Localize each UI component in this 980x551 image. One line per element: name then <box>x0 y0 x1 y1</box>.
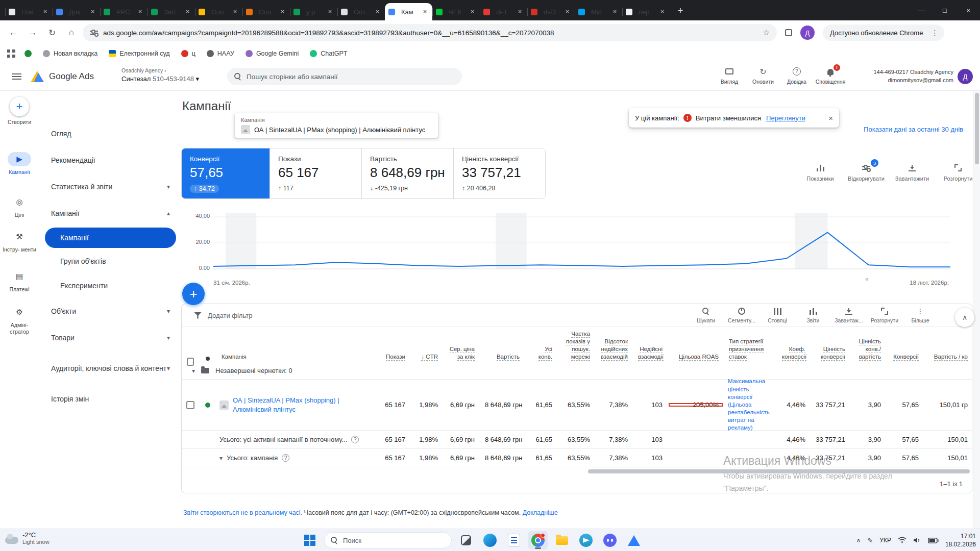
sidebar-item[interactable]: Кампанії▴ <box>39 200 181 227</box>
tab-close-icon[interactable]: × <box>41 8 49 16</box>
bookmark-item[interactable]: Новая вкладка <box>43 50 97 57</box>
footer-learn-more-link[interactable]: Докладніше <box>523 509 558 516</box>
taskbar-app-telegram[interactable] <box>576 531 596 549</box>
tab-close-icon[interactable]: × <box>611 8 619 16</box>
column-header[interactable]: ↓ CTR <box>410 353 443 366</box>
column-header[interactable]: Покази <box>375 353 410 366</box>
chart-tool-download[interactable]: Завантажити <box>892 163 933 182</box>
tab-close-icon[interactable]: × <box>564 8 571 16</box>
browser-tab[interactable]: Goo× <box>242 3 290 20</box>
chevron-down-icon[interactable]: ▾ <box>219 455 223 462</box>
google-ads-logo-icon[interactable] <box>31 71 44 82</box>
filter-funnel-icon[interactable] <box>194 312 202 319</box>
extensions-icon[interactable] <box>785 29 792 36</box>
header-select-all[interactable] <box>182 358 199 366</box>
column-header[interactable]: Коеф. конверсії <box>777 345 811 366</box>
browser-tab[interactable]: Нов× <box>5 3 53 20</box>
metric-card[interactable]: Покази65 167↑ 117 <box>270 148 361 198</box>
sidebar-item[interactable]: Аудиторії, ключові слова й контент▾ <box>39 351 181 386</box>
tab-close-icon[interactable]: × <box>469 8 476 16</box>
tab-close-icon[interactable]: × <box>279 8 286 16</box>
account-switcher[interactable]: Osadchiy Agency › Синтезал 510-453-9148 … <box>121 67 199 83</box>
app-search-input[interactable]: Пошук сторінки або кампанії <box>227 68 462 85</box>
browser-tab[interactable]: di-T× <box>480 3 527 20</box>
wifi-icon[interactable] <box>898 537 906 544</box>
taskbar-app-edge[interactable] <box>480 531 500 549</box>
rail-item-campaigns[interactable]: ▶Кампанії <box>0 152 39 176</box>
chart-tool-adjust[interactable]: 3Відкоригувати <box>846 163 887 182</box>
bookmark-star-icon[interactable]: ☆ <box>763 28 770 37</box>
browser-tab[interactable]: пер× <box>622 3 670 20</box>
maximize-button[interactable]: □ <box>933 0 957 20</box>
table-tool-search[interactable]: Шукати <box>690 307 722 323</box>
chart-tool-expand[interactable]: Розгорнути <box>938 163 978 182</box>
reload-button[interactable]: ↻ <box>44 24 60 41</box>
bookmark-item[interactable]: Google Gemini <box>246 50 299 57</box>
table-tool-more[interactable]: ⋮Більше <box>904 307 936 323</box>
close-button[interactable]: × <box>957 0 980 20</box>
sidebar-item[interactable]: Рекомендації <box>39 147 181 173</box>
home-button[interactable]: ⌂ <box>63 24 80 41</box>
column-header[interactable]: Сер. ціна за клік <box>443 345 480 366</box>
tab-close-icon[interactable]: × <box>326 8 334 16</box>
table-tool-download[interactable]: Завантаж... <box>833 307 865 323</box>
rail-item-admin[interactable]: ⚙Адміні- стратор <box>0 305 39 335</box>
browser-tab[interactable]: ЧЕК× <box>432 3 480 20</box>
pen-icon[interactable]: ✎ <box>867 537 873 544</box>
header-tool-alerts[interactable]: !Сповіщення <box>814 66 847 85</box>
tab-close-icon[interactable]: × <box>89 8 96 16</box>
sidebar-item[interactable]: Статистика й звіти▾ <box>39 173 181 200</box>
table-tool-reports[interactable]: Звіти <box>797 307 829 323</box>
browser-tab[interactable]: Mic× <box>575 3 622 20</box>
battery-icon[interactable] <box>928 538 939 543</box>
taskbar-app-tri[interactable] <box>624 531 644 549</box>
chevron-down-icon[interactable]: ▾ <box>192 367 195 374</box>
rail-item-billing[interactable]: ▤Платежі <box>0 269 39 293</box>
browser-tab[interactable]: Goo× <box>195 3 242 20</box>
browser-tab[interactable]: PPC× <box>100 3 148 20</box>
tab-close-icon[interactable]: × <box>231 8 239 16</box>
bookmark-item[interactable]: ц <box>181 50 195 57</box>
browser-tab[interactable]: Звіт× <box>148 3 195 20</box>
row-checkbox[interactable] <box>182 401 199 409</box>
bookmark-item[interactable]: ChatGPT <box>310 50 347 57</box>
taskbar-app-discord[interactable] <box>600 531 620 549</box>
column-header[interactable]: Частка показів у пошук. мережі <box>557 330 595 366</box>
bookmark-item[interactable]: Електронний суд <box>109 50 169 57</box>
sidebar-item[interactable]: Об'єкти▾ <box>39 298 181 324</box>
sidebar-subitem[interactable]: Кампанії <box>45 228 176 248</box>
scrollbar-thumb[interactable] <box>975 93 979 164</box>
rail-item-tools[interactable]: ⚒Інстру- менти <box>0 230 39 253</box>
new-tab-button[interactable]: + <box>674 5 687 18</box>
sidebar-item[interactable]: Огляд <box>39 120 181 147</box>
column-header[interactable]: Тип стратегії призначення ставок <box>724 338 777 366</box>
chrome-update-button[interactable]: Доступно обновление Chrome ⋮ <box>823 24 944 41</box>
minimize-button[interactable]: — <box>910 0 933 20</box>
browser-tab[interactable]: у р× <box>290 3 337 20</box>
taskbar-app-taskview[interactable] <box>456 531 476 549</box>
toast-close-icon[interactable]: × <box>828 114 833 122</box>
chart-scroll-icon[interactable]: « <box>865 276 869 283</box>
metric-card[interactable]: Конверсії57,65↑ 34,72 <box>182 148 270 198</box>
sidebar-subitem[interactable]: Групи об'єктів <box>39 249 181 273</box>
url-text[interactable]: ads.google.com/aw/campaigns?campaignId=2… <box>103 29 758 37</box>
taskbar-app-chrome[interactable] <box>528 531 548 549</box>
column-header[interactable]: Вартість / ко <box>924 353 973 366</box>
tab-close-icon[interactable]: × <box>136 8 144 16</box>
column-header[interactable]: Усі конв. <box>525 345 557 366</box>
browser-tab[interactable]: Опт× <box>337 3 385 20</box>
column-header[interactable]: Кампанія <box>216 353 375 366</box>
column-header[interactable]: Відсоток недійсних взаємодій <box>595 338 633 366</box>
taskbar-app-explorer[interactable] <box>552 531 572 549</box>
tab-close-icon[interactable]: × <box>516 8 524 16</box>
header-tool-view[interactable]: Вигляд <box>713 66 746 85</box>
tray-overflow-icon[interactable]: ∧ <box>856 537 861 544</box>
header-status-filter[interactable] <box>199 357 216 366</box>
header-tool-refresh[interactable]: ↻Оновити <box>746 66 780 85</box>
back-button[interactable]: ← <box>5 24 21 41</box>
table-tool-segment[interactable]: Сегменту... <box>726 307 757 323</box>
toast-view-link[interactable]: Переглянути <box>766 114 805 122</box>
rail-item-create[interactable]: +Створити <box>0 97 39 126</box>
browser-tab[interactable]: di-D× <box>527 3 575 20</box>
chart-tool-metrics[interactable]: Показники <box>800 163 841 182</box>
